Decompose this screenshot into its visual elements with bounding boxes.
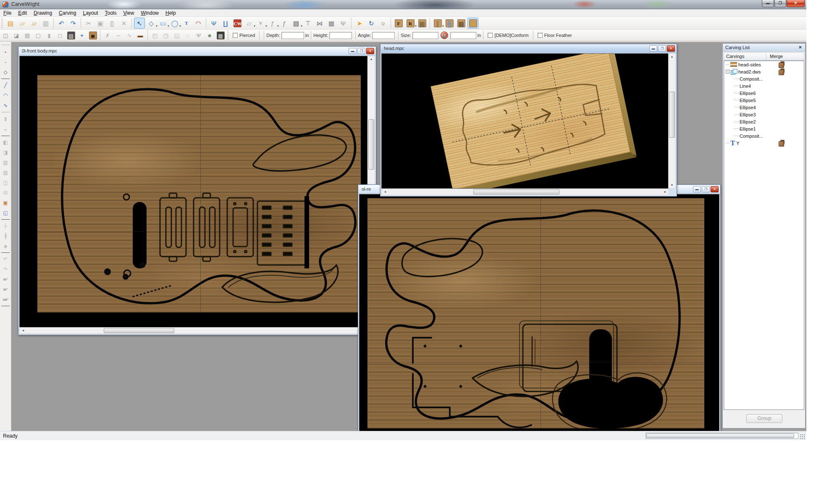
pierced-checkbox-box[interactable] [233, 33, 238, 38]
extrude-tool-button[interactable]: ▧▼ [291, 18, 302, 29]
undo-button[interactable]: ↶ [56, 18, 67, 29]
minimize-button[interactable]: ▬ [649, 45, 657, 52]
resize-grip[interactable] [800, 434, 805, 439]
board-settings-button[interactable]: ▦ [417, 18, 428, 29]
dome-tool-button[interactable]: ▮ [44, 30, 54, 40]
carving-tree[interactable]: head-sides-head2.dwsComposit...Line4Elli… [724, 60, 804, 410]
scroll-right-icon[interactable]: ► [662, 189, 669, 195]
open-file-button[interactable]: ▱ [17, 18, 28, 29]
head-canvas[interactable] [381, 53, 669, 189]
keyhole-tool-button[interactable]: ◙ [88, 30, 98, 40]
document-window-rear-body[interactable]: ol-re ▬ ❐ ✕ [358, 184, 721, 431]
app-titlebar[interactable]: CarveWright ▬ ❐ ✕ [0, 0, 806, 9]
rotate-cw-button[interactable]: ↷ [1, 265, 10, 274]
scroll-up-icon[interactable]: ▲ [669, 54, 675, 60]
carving-item-ellipse5[interactable]: Ellipse5 [724, 97, 804, 104]
menu-item-file[interactable]: File [0, 9, 15, 17]
carve-region-button[interactable]: ◫ [0, 30, 10, 40]
document-window-front-body[interactable]: 0l-front body.mpc ▬ ❐ ✕ [18, 46, 376, 335]
menu-item-tools[interactable]: Tools [102, 9, 120, 17]
rotate-90-ccw-button[interactable]: 90° [1, 285, 10, 294]
align-top-button[interactable]: ▧ [1, 158, 10, 167]
pierced-checkbox[interactable]: Pierced [233, 33, 255, 38]
menu-item-layout[interactable]: Layout [79, 9, 101, 17]
merge-icon[interactable] [779, 61, 785, 67]
scroll-up-icon[interactable]: ▲ [368, 56, 375, 62]
menu-item-carving[interactable]: Carving [55, 9, 79, 17]
measure-tool-button[interactable]: ⊤ [302, 18, 313, 29]
paste-button[interactable]: ▯ [107, 18, 118, 29]
front-view-button[interactable]: F [393, 18, 404, 29]
vbit-tool-button[interactable]: V▼ [255, 18, 266, 29]
carving-item-ellipse6[interactable]: Ellipse6 [724, 89, 804, 97]
flip-horizontal-button[interactable]: ⇔ [1, 125, 10, 134]
texture-tool-button[interactable]: ▨ [66, 30, 76, 40]
send-to-back-button[interactable]: ◱ [1, 208, 10, 218]
feather-tool-button[interactable]: ƒ▼ [267, 18, 278, 29]
head-titlebar[interactable]: head.mpc ▬ ❐ ✕ [381, 45, 676, 53]
scroll-down-icon[interactable]: ▼ [669, 182, 675, 188]
delete-button[interactable]: ✕ [118, 18, 129, 29]
shell-gray-button[interactable]: Ψ [338, 18, 349, 29]
status-scrollbar[interactable] [645, 433, 798, 439]
align-right-button[interactable]: ◨ [1, 148, 10, 157]
minimize-button[interactable]: ▬ [349, 48, 357, 54]
segment-line-button[interactable]: ╱ [1, 81, 10, 90]
node-delete-button[interactable]: − [1, 58, 10, 67]
aspect-lock-icon[interactable] [441, 32, 448, 39]
merge-icon[interactable] [779, 140, 785, 146]
rear-body-canvas[interactable] [359, 194, 719, 431]
center-horizontal-button[interactable]: ┼ [1, 221, 10, 231]
cw-store-button[interactable]: CW [232, 18, 243, 29]
oval-region-button[interactable]: ◻ [55, 30, 65, 40]
floor-feather-checkbox-box[interactable] [538, 33, 543, 38]
close-icon[interactable]: ✕ [667, 45, 675, 52]
lasso-tool-button[interactable]: ◌ [183, 30, 193, 40]
stencil-1-button[interactable]: ◰ [150, 30, 160, 40]
sweep-tool-button[interactable]: ✗ [102, 30, 113, 40]
conform-checkbox[interactable]: [DEMO]Conform [488, 33, 528, 38]
restore-button[interactable]: ❐ [774, 0, 786, 7]
status-scrollbar-thumb[interactable] [646, 433, 794, 438]
cut-button[interactable]: ✂ [83, 18, 94, 29]
rectangle-tool-button[interactable]: ▭▼ [157, 18, 168, 29]
grid-crosshair-button[interactable]: ╬ [444, 18, 455, 29]
wood-grain-button[interactable]: ∥▼ [432, 18, 443, 29]
restore-button[interactable]: ❐ [357, 48, 365, 54]
spline-tool-button[interactable]: ◠ [193, 18, 204, 29]
carving-list-titlebar[interactable]: Carving List ✕ [723, 44, 805, 52]
pattern-store-button[interactable]: ∐ [220, 18, 231, 29]
segment-arc-button[interactable]: ◠ [1, 91, 10, 100]
rotate-180-button[interactable]: 180° [1, 295, 10, 304]
node-edit-tool-button[interactable]: ◇▼ [146, 18, 157, 29]
scroll-left-icon[interactable]: ◄ [20, 328, 26, 333]
carve-region-small-button[interactable]: ▢ [33, 30, 43, 40]
close-button[interactable]: ✕ [787, 0, 805, 7]
stencil-3-button[interactable]: ◱ [172, 30, 182, 40]
carve-path-2-button[interactable]: ∿ [124, 30, 134, 40]
bring-to-front-button[interactable]: ▣ [1, 198, 10, 207]
align-center-button[interactable]: ◫ [1, 178, 10, 187]
carving-item-ellipse4[interactable]: Ellipse4 [724, 104, 804, 111]
rotate-90-cw-button[interactable]: 90° [1, 275, 10, 284]
segment-spline-button[interactable]: ∿ [1, 101, 10, 110]
carving-item-composit-[interactable]: Composit... [724, 132, 804, 139]
caliper-tool-button[interactable]: ⋈ [314, 18, 325, 29]
horizontal-scrollbar[interactable]: ◄ ► [381, 189, 669, 195]
flip-vertical-button[interactable]: ⇕ [1, 115, 10, 124]
scrollbar-thumb[interactable] [368, 119, 374, 170]
front-body-canvas[interactable] [19, 56, 367, 328]
carving-item-ellipse1[interactable]: Ellipse1 [724, 125, 804, 132]
select-tool-button[interactable]: ↖ [134, 18, 145, 29]
feather-edit-button[interactable]: ƒ [279, 18, 290, 29]
stencil-2-button[interactable]: ◳ [161, 30, 171, 40]
rotate-ccw-button[interactable]: ↶ [1, 255, 10, 264]
floor-feather-checkbox[interactable]: Floor Feather [538, 33, 572, 38]
foliage-tool-button[interactable]: ♣ [205, 30, 215, 40]
align-left-button[interactable]: ◧ [1, 138, 10, 147]
column-carvings[interactable]: Carvings [726, 54, 744, 59]
menu-item-edit[interactable]: Edit [15, 9, 30, 17]
height-input[interactable] [329, 32, 352, 39]
pattern-shell-button[interactable]: Ψ [208, 18, 219, 29]
group-button[interactable]: Group [746, 414, 782, 423]
